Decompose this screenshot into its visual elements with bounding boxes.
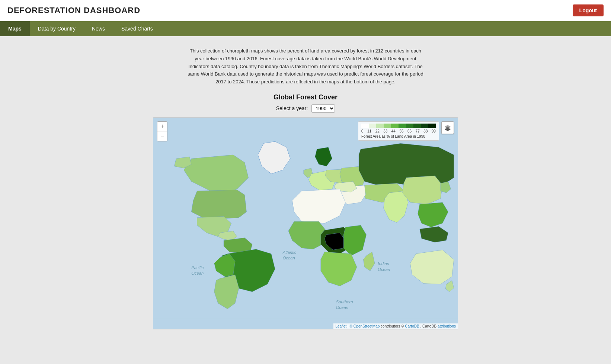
world-map-svg: Pacific Ocean Atlantic Ocean Indian Ocea… [153, 118, 458, 329]
attribution: Leaflet | © OpenStreetMap contributors ©… [333, 323, 458, 329]
usa [191, 190, 246, 219]
legend-label-4: 44 [391, 129, 396, 133]
legend-label-1: 11 [367, 129, 371, 133]
legend-color-1 [369, 124, 376, 128]
legend-color-0 [361, 124, 369, 128]
nav-item-news[interactable]: News [84, 21, 113, 36]
legend-title: Forest Area as % of Land Area in 1990 [361, 134, 436, 138]
legend-color-9 [428, 124, 436, 128]
legend-color-4 [391, 124, 399, 128]
year-select[interactable]: 1990 1991 1992 1993 1994 1995 1996 1997 … [311, 104, 335, 113]
legend-bar [361, 124, 436, 128]
legend-label-5: 55 [399, 129, 403, 133]
description-text: This collection of choropleth maps shows… [186, 47, 425, 86]
map-title: Global Forest Cover [153, 93, 458, 101]
main-content: This collection of choropleth maps shows… [0, 36, 611, 337]
header: DEFORESTATION DASHBOARD Logout [0, 0, 611, 21]
legend-color-2 [376, 124, 384, 128]
app-title: DEFORESTATION DASHBOARD [7, 6, 140, 15]
nav-item-saved-charts[interactable]: Saved Charts [113, 21, 161, 36]
layers-icon [444, 124, 451, 131]
map-container[interactable]: + − 0 11 [153, 117, 458, 329]
legend-color-8 [421, 124, 428, 128]
leaflet-link[interactable]: Leaflet [335, 324, 346, 328]
legend-color-6 [406, 124, 413, 128]
nav-item-data-by-country[interactable]: Data by Country [30, 21, 84, 36]
map-section: Global Forest Cover Select a year: 1990 … [153, 93, 458, 329]
nav-item-maps[interactable]: Maps [0, 21, 30, 36]
legend-labels: 0 11 22 33 44 55 66 77 88 99 [361, 129, 436, 133]
zoom-controls: + − [157, 121, 167, 141]
legend-label-7: 77 [416, 129, 420, 133]
nav-bar: Maps Data by Country News Saved Charts [0, 21, 611, 36]
osm-link[interactable]: © OpenStreetMap [350, 324, 380, 328]
legend: 0 11 22 33 44 55 66 77 88 99 Forest Area… [358, 121, 439, 141]
legend-color-5 [399, 124, 406, 128]
legend-label-0: 0 [361, 129, 364, 133]
layer-control-button[interactable] [441, 121, 454, 134]
legend-label-8: 88 [423, 129, 428, 133]
year-label: Select a year: [276, 105, 308, 111]
legend-label-9: 99 [432, 129, 436, 133]
legend-color-7 [413, 124, 421, 128]
legend-label-6: 66 [407, 129, 412, 133]
zoom-out-button[interactable]: − [157, 131, 167, 141]
legend-label-3: 33 [383, 129, 387, 133]
attribution-comma: , CartoDB [420, 324, 438, 328]
attribution-text: contributors © [381, 324, 405, 328]
legend-label-2: 22 [375, 129, 380, 133]
attributions-link[interactable]: attributions [438, 324, 456, 328]
logout-button[interactable]: Logout [573, 4, 604, 16]
cartodb-link[interactable]: CartoDB [405, 324, 419, 328]
china [403, 176, 442, 204]
zoom-in-button[interactable]: + [157, 122, 167, 131]
legend-color-3 [384, 124, 391, 128]
year-selector-row: Select a year: 1990 1991 1992 1993 1994 … [153, 104, 458, 113]
